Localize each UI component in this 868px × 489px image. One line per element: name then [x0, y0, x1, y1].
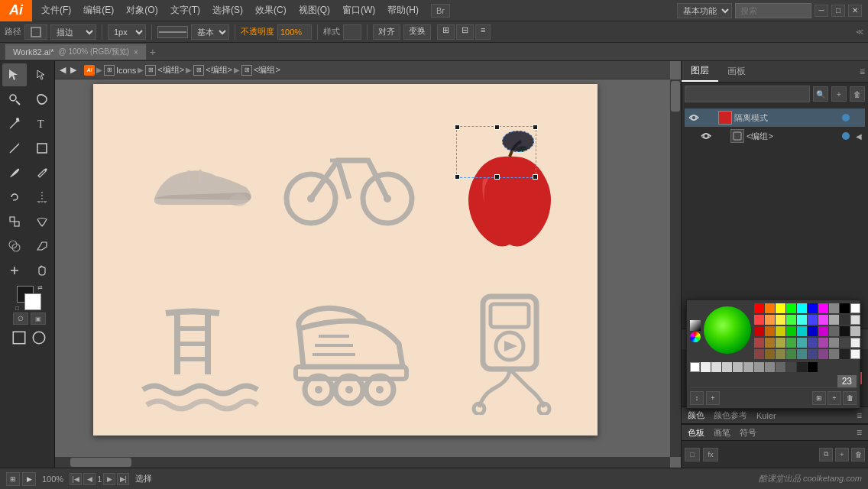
stroke-color-swatch[interactable]	[24, 24, 47, 40]
bridge-button[interactable]: Br	[431, 4, 450, 18]
swatch[interactable]	[786, 326, 796, 336]
swatch[interactable]	[776, 362, 785, 372]
swatch[interactable]	[829, 326, 839, 336]
select-tool[interactable]	[2, 63, 27, 86]
swatch-black[interactable]	[808, 362, 818, 372]
swap-colors-icon[interactable]: ⇄	[37, 284, 43, 291]
nav-last[interactable]: ▶|	[117, 473, 129, 485]
tab-kuler[interactable]: Kuler	[753, 410, 779, 421]
swatch[interactable]	[840, 338, 850, 348]
panel-options-btn[interactable]: ≡	[860, 66, 868, 77]
copy-item-btn[interactable]: ⧉	[819, 448, 833, 461]
swatch[interactable]	[840, 349, 850, 359]
tab-close-btn[interactable]: ×	[134, 48, 138, 57]
color-menu-btn1[interactable]: ⊞	[812, 391, 826, 405]
pool-icon[interactable]	[135, 298, 265, 420]
layer-eye-isolation[interactable]	[688, 112, 700, 124]
color-menu-btn3[interactable]: 🗑	[843, 391, 857, 405]
swatch[interactable]	[754, 349, 764, 359]
direct-select-tool[interactable]	[30, 63, 54, 86]
spectrum-circle[interactable]	[704, 306, 751, 356]
swatch-panel-options[interactable]: ≡	[857, 427, 865, 438]
add-layer-btn[interactable]: □	[685, 448, 700, 461]
screen-mode-btn[interactable]	[31, 330, 47, 345]
bike-icon[interactable]	[280, 130, 418, 229]
swatch[interactable]	[829, 303, 839, 313]
stroke-weight-select[interactable]: 1px	[108, 24, 146, 40]
swatch[interactable]	[765, 338, 775, 348]
layer-search-btn[interactable]: 🔍	[813, 86, 828, 102]
swatch[interactable]	[786, 338, 796, 348]
layer-search-input[interactable]	[685, 86, 810, 102]
menu-edit[interactable]: 编辑(E)	[77, 0, 120, 21]
apple-icon[interactable]	[452, 126, 567, 252]
swatch[interactable]	[743, 362, 753, 372]
background-color[interactable]	[24, 293, 41, 310]
swatch[interactable]	[850, 338, 860, 348]
layer-row-isolation[interactable]: 隔离模式	[685, 108, 865, 127]
type-tool[interactable]: T	[30, 112, 54, 135]
swatch[interactable]	[797, 326, 807, 336]
swatch[interactable]	[786, 303, 796, 313]
swatch[interactable]	[818, 349, 828, 359]
swatch[interactable]	[818, 315, 828, 325]
eraser-tool[interactable]	[30, 235, 54, 257]
tab-artboard[interactable]: 画板	[718, 62, 755, 81]
swatch[interactable]	[754, 326, 764, 336]
swatch[interactable]	[765, 349, 775, 359]
layer-del-btn[interactable]: 🗑	[850, 86, 865, 102]
tool-btn-2[interactable]: ⊟	[456, 24, 474, 40]
swatch[interactable]	[786, 315, 796, 325]
color-wheel-icon[interactable]	[690, 332, 701, 342]
swatch[interactable]	[808, 338, 818, 348]
swatch[interactable]	[840, 326, 850, 336]
layer-add-btn[interactable]: +	[831, 86, 847, 102]
swatch[interactable]	[797, 349, 807, 359]
panel-collapse-btn[interactable]: ≪	[856, 28, 863, 36]
swatch[interactable]	[776, 326, 785, 336]
swatch[interactable]	[808, 315, 818, 325]
tab-color-guide[interactable]: 颜色参考	[711, 409, 750, 422]
tab-color[interactable]: 颜色	[685, 409, 708, 422]
hand-tool[interactable]	[30, 259, 54, 282]
document-tab[interactable]: Work82.ai* @ 100% (RGB/预览) ×	[5, 44, 147, 60]
add-item-btn[interactable]: +	[835, 448, 849, 461]
nav-next[interactable]: ▶	[103, 473, 115, 485]
tab-brush[interactable]: 画笔	[711, 426, 734, 439]
rollerblade-icon[interactable]	[280, 290, 422, 424]
breadcrumb-group2[interactable]: ⊞ <编组>	[193, 64, 232, 76]
workspace-select[interactable]: 基本功能	[677, 3, 732, 18]
canvas-hscroll[interactable]	[55, 457, 670, 468]
pencil-tool[interactable]	[30, 161, 54, 184]
shoe-icon[interactable]	[139, 145, 261, 222]
breadcrumb-prev[interactable]: ◀	[60, 65, 66, 75]
swatch[interactable]	[797, 315, 807, 325]
lasso-tool[interactable]	[30, 88, 54, 111]
menu-select[interactable]: 选择(S)	[206, 0, 249, 21]
bw-gradient-icon[interactable]	[690, 320, 701, 331]
nav-first[interactable]: |◀	[70, 473, 82, 485]
swatch[interactable]	[765, 303, 775, 313]
swatch[interactable]	[808, 349, 818, 359]
tab-symbol[interactable]: 符号	[737, 426, 760, 439]
style-preview[interactable]	[343, 24, 361, 40]
vscroll-thumb[interactable]	[671, 81, 680, 112]
transform-button[interactable]: 变换	[403, 24, 431, 40]
fx-btn[interactable]: fx	[703, 448, 718, 461]
color-menu-btn2[interactable]: +	[828, 391, 841, 405]
swatch[interactable]	[840, 303, 850, 313]
color-tool-btn2[interactable]: +	[706, 391, 720, 405]
swatch[interactable]	[818, 303, 828, 313]
swatch[interactable]	[808, 326, 818, 336]
swatch[interactable]	[797, 338, 807, 348]
breadcrumb-next[interactable]: ▶	[70, 65, 76, 75]
swatch[interactable]	[818, 326, 828, 336]
menu-help[interactable]: 帮助(H)	[381, 0, 425, 21]
swatch-white[interactable]	[690, 362, 700, 372]
canvas-vscroll[interactable]	[670, 79, 681, 457]
swatch[interactable]	[786, 349, 796, 359]
mirror-tool[interactable]	[30, 186, 54, 209]
magic-wand-tool[interactable]	[2, 88, 27, 111]
pathfinder-tool[interactable]	[2, 235, 27, 257]
hscroll-thumb[interactable]	[70, 458, 131, 467]
